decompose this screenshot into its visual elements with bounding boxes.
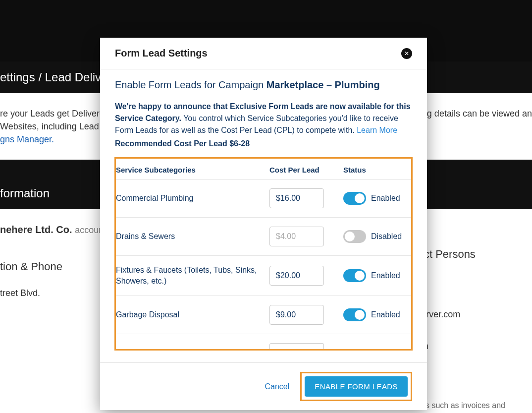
modal-title: Form Lead Settings	[115, 48, 208, 59]
table-row: Drains & Sewers Disabled	[116, 218, 411, 256]
cpl-input[interactable]	[269, 266, 324, 286]
close-icon: ✕	[404, 50, 409, 57]
recommended-cpl: Recommended Cost Per Lead $6-28	[115, 139, 412, 148]
col-subcategories: Service Subcategories	[116, 166, 269, 174]
enable-form-leads-button[interactable]: ENABLE FORM LEADS	[305, 376, 408, 397]
col-cost-per-lead: Cost Per Lead	[269, 166, 343, 174]
cpl-input[interactable]	[269, 188, 324, 208]
status-toggle[interactable]	[343, 192, 366, 205]
cancel-button[interactable]: Cancel	[265, 382, 290, 391]
modal-overlay: Form Lead Settings ✕ Enable Form Leads f…	[0, 0, 532, 413]
cpl-input[interactable]	[269, 305, 324, 325]
subcategory-name: Fixtures & Faucets (Toilets, Tubs, Sinks…	[116, 265, 269, 287]
status-toggle[interactable]	[343, 230, 366, 243]
modal-header: Form Lead Settings ✕	[100, 38, 427, 69]
enable-prefix: Enable Form Leads for Campaign	[115, 79, 266, 90]
enable-button-highlight: ENABLE FORM LEADS	[300, 372, 412, 401]
subcategory-name: Drains & Sewers	[116, 231, 269, 242]
status-label: Disabled	[371, 232, 402, 241]
table-row: Garbage Disposal Enabled	[116, 296, 411, 334]
table-row: Commercial Plumbing Enabled	[116, 179, 411, 218]
close-button[interactable]: ✕	[401, 48, 412, 59]
table-row: Fixtures & Faucets (Toilets, Tubs, Sinks…	[116, 256, 411, 296]
announcement-text: We're happy to announce that Exclusive F…	[115, 101, 412, 136]
learn-more-link[interactable]: Learn More	[357, 126, 397, 134]
table-header: Service Subcategories Cost Per Lead Stat…	[116, 159, 411, 179]
cpl-input-partial[interactable]	[269, 343, 324, 349]
modal-footer: Cancel ENABLE FORM LEADS	[100, 362, 427, 410]
subcategory-name: Commercial Plumbing	[116, 193, 269, 204]
form-lead-settings-modal: Form Lead Settings ✕ Enable Form Leads f…	[100, 38, 427, 410]
enable-campaign-line: Enable Form Leads for Campaign Marketpla…	[115, 79, 412, 91]
status-label: Enabled	[371, 194, 400, 203]
status-toggle[interactable]	[343, 269, 366, 282]
subcategory-name: Garbage Disposal	[116, 309, 269, 320]
cpl-input[interactable]	[269, 227, 324, 246]
status-label: Enabled	[371, 271, 400, 280]
subcategory-table-highlight: Service Subcategories Cost Per Lead Stat…	[114, 157, 413, 351]
status-toggle[interactable]	[343, 308, 366, 321]
modal-body: Enable Form Leads for Campaign Marketpla…	[100, 69, 427, 362]
campaign-name: Marketplace – Plumbing	[266, 79, 380, 90]
col-status: Status	[343, 166, 411, 174]
status-label: Enabled	[371, 310, 400, 319]
